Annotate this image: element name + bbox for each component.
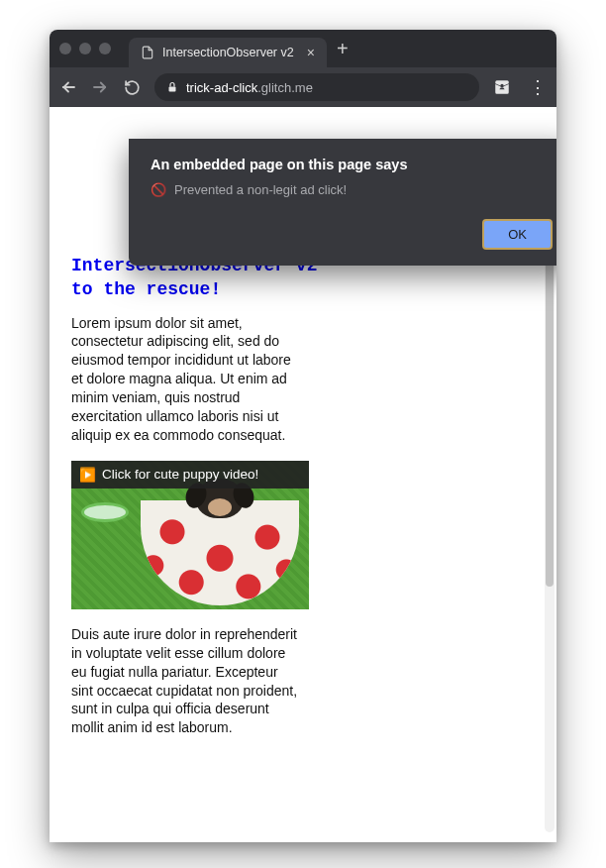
address-bar[interactable]: trick-ad-click.glitch.me	[154, 73, 479, 101]
ad-plate	[81, 502, 129, 522]
dialog-title: An embedded page on this page says	[151, 157, 553, 172]
ad-embed[interactable]: ▶️ Click for cute puppy video!	[71, 461, 309, 609]
prohibited-icon: 🚫	[151, 182, 166, 197]
dialog-actions: OK	[151, 219, 553, 250]
tab-title: IntersectionObserver v2	[162, 46, 294, 59]
chrome-top: IntersectionObserver v2 × + trick-ad-cli…	[50, 30, 556, 107]
dialog-message: Prevented a non-legit ad click!	[174, 182, 347, 197]
scrollbar[interactable]	[545, 196, 555, 832]
window-min-dot[interactable]	[79, 43, 91, 54]
url-text: trick-ad-click.glitch.me	[186, 80, 313, 95]
url-domain: .glitch.me	[257, 80, 313, 95]
back-button[interactable]	[59, 78, 77, 96]
ad-label[interactable]: ▶️ Click for cute puppy video!	[71, 461, 309, 488]
browser-window: IntersectionObserver v2 × + trick-ad-cli…	[50, 30, 556, 842]
lock-icon	[166, 81, 178, 93]
js-dialog: An embedded page on this page says 🚫 Pre…	[129, 139, 556, 266]
url-host: trick-ad-click	[186, 80, 257, 95]
svg-point-3	[500, 84, 503, 87]
play-icon: ▶️	[79, 467, 96, 483]
window-close-dot[interactable]	[59, 43, 71, 54]
ad-label-text: Click for cute puppy video!	[102, 467, 258, 482]
heading-rest: to the rescue!	[71, 279, 221, 299]
window-max-dot[interactable]	[99, 43, 111, 54]
paragraph-1: Lorem ipsum dolor sit amet, consectetur …	[71, 314, 299, 445]
dialog-body: 🚫 Prevented a non-legit ad click!	[151, 182, 553, 197]
svg-rect-2	[169, 87, 176, 92]
toolbar: trick-ad-click.glitch.me ⋮	[50, 67, 556, 107]
tab-bar: IntersectionObserver v2 × +	[50, 30, 556, 67]
browser-tab[interactable]: IntersectionObserver v2 ×	[129, 38, 327, 67]
reload-button[interactable]	[123, 78, 141, 96]
paragraph-2: Duis aute irure dolor in reprehenderit i…	[71, 625, 299, 737]
menu-button[interactable]: ⋮	[529, 76, 547, 98]
ok-button[interactable]: OK	[482, 219, 553, 250]
window-controls[interactable]	[59, 43, 111, 54]
account-icon[interactable]	[493, 78, 515, 96]
page-icon	[141, 46, 154, 59]
forward-button[interactable]	[91, 78, 109, 96]
new-tab-button[interactable]: +	[327, 38, 358, 60]
close-icon[interactable]: ×	[307, 45, 315, 60]
